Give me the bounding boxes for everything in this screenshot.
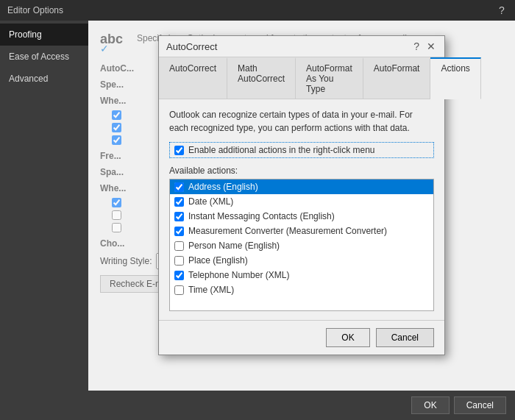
- main-content: abc ✓ Specify how Outlook corrects and f…: [88, 21, 515, 391]
- window-footer: OK Cancel: [0, 391, 515, 420]
- action-item[interactable]: Telephone Number (XML): [170, 268, 433, 282]
- dialog-title: AutoCorrect: [166, 41, 217, 52]
- tab-math-autocorrect[interactable]: Math AutoCorrect: [227, 57, 296, 99]
- action-checkbox[interactable]: [174, 271, 184, 280]
- action-label: Place (English): [188, 255, 248, 266]
- action-label: Time (XML): [188, 285, 234, 295]
- dialog-content: Outlook can recognize certain types of d…: [159, 99, 444, 320]
- editor-options-title: Editor Options: [7, 5, 63, 15]
- action-item[interactable]: Measurement Converter (Measurement Conve…: [170, 224, 433, 238]
- editor-options-window: Editor Options ? Proofing Ease of Access…: [0, 0, 515, 420]
- sidebar-item-ease-of-access[interactable]: Ease of Access: [0, 46, 88, 68]
- action-checkbox[interactable]: [174, 241, 184, 251]
- autocorrect-dialog: AutoCorrect ? ✕ AutoCorrect Math AutoCor…: [158, 35, 445, 355]
- available-actions-label: Available actions:: [169, 165, 434, 176]
- action-item[interactable]: Place (English): [170, 253, 433, 268]
- action-checkbox[interactable]: [174, 256, 184, 266]
- action-item[interactable]: Time (XML): [170, 282, 433, 297]
- action-item[interactable]: Date (XML): [170, 194, 433, 209]
- action-label: Telephone Number (XML): [188, 270, 289, 280]
- dialog-cancel-button[interactable]: Cancel: [376, 328, 434, 347]
- tab-autoformat-as-you-type[interactable]: AutoFormat As You Type: [296, 57, 363, 99]
- sidebar-item-advanced[interactable]: Advanced: [0, 68, 88, 90]
- dialog-description: Outlook can recognize certain types of d…: [169, 108, 434, 135]
- titlebar-controls: ?: [496, 4, 508, 16]
- enable-actions-checkbox[interactable]: [174, 146, 184, 155]
- dialog-help-button[interactable]: ?: [412, 40, 421, 52]
- action-checkbox[interactable]: [174, 212, 184, 221]
- modal-overlay: AutoCorrect ? ✕ AutoCorrect Math AutoCor…: [88, 21, 515, 391]
- action-checkbox[interactable]: [174, 285, 184, 295]
- action-label: Date (XML): [188, 196, 233, 207]
- actions-list: Address (English)Date (XML)Instant Messa…: [169, 179, 434, 311]
- action-item[interactable]: Address (English): [170, 179, 433, 194]
- sidebar: Proofing Ease of Access Advanced: [0, 21, 88, 391]
- action-label: Measurement Converter (Measurement Conve…: [188, 226, 387, 236]
- action-checkbox[interactable]: [174, 197, 184, 207]
- dialog-ok-button[interactable]: OK: [326, 328, 369, 347]
- tab-autocorrect[interactable]: AutoCorrect: [159, 57, 227, 99]
- dialog-footer: OK Cancel: [159, 320, 444, 355]
- tab-actions[interactable]: Actions: [430, 57, 480, 99]
- enable-actions-row: Enable additional actions in the right-c…: [169, 142, 434, 158]
- action-checkbox[interactable]: [174, 227, 184, 236]
- help-button[interactable]: ?: [496, 4, 508, 16]
- action-item[interactable]: Person Name (English): [170, 238, 433, 253]
- action-label: Person Name (English): [188, 241, 280, 251]
- dialog-close-button[interactable]: ✕: [425, 40, 437, 52]
- action-label: Instant Messaging Contacts (English): [188, 211, 335, 221]
- dialog-titlebar-controls: ? ✕: [412, 40, 437, 52]
- footer-ok-button[interactable]: OK: [411, 396, 449, 414]
- action-label: Address (English): [188, 182, 258, 192]
- action-checkbox[interactable]: [174, 182, 184, 192]
- action-item[interactable]: Instant Messaging Contacts (English): [170, 209, 433, 224]
- dialog-titlebar: AutoCorrect ? ✕: [159, 36, 444, 57]
- sidebar-item-proofing[interactable]: Proofing: [0, 24, 88, 46]
- editor-options-titlebar: Editor Options ?: [0, 0, 515, 21]
- tab-autoformat[interactable]: AutoFormat: [363, 57, 431, 99]
- dialog-tabs: AutoCorrect Math AutoCorrect AutoFormat …: [159, 57, 444, 99]
- window-body: Proofing Ease of Access Advanced abc ✓ S…: [0, 21, 515, 391]
- footer-cancel-button[interactable]: Cancel: [454, 396, 506, 414]
- enable-actions-label: Enable additional actions in the right-c…: [188, 145, 374, 155]
